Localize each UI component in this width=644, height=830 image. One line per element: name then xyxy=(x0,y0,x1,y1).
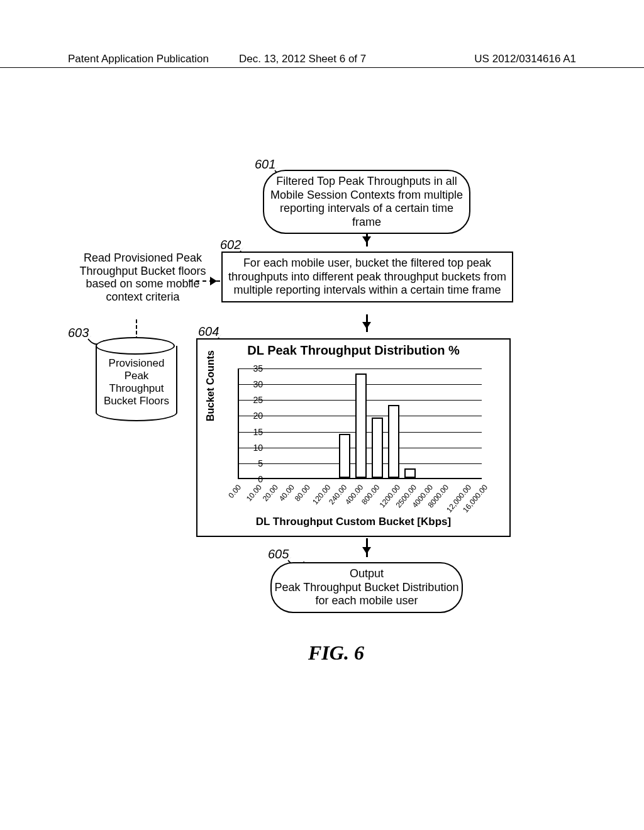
ref-603: 603 xyxy=(68,326,89,340)
ref-605: 605 xyxy=(268,547,289,562)
chart-ytick: 5 xyxy=(258,458,263,468)
chart-ytick: 25 xyxy=(253,395,263,405)
chart-ytick: 35 xyxy=(253,363,263,374)
chart-xtick: 40.00 xyxy=(277,483,296,503)
header-pub-number: US 2012/0314616 A1 xyxy=(474,53,576,64)
chart-bar xyxy=(355,374,367,478)
header-publication: Patent Application Publication xyxy=(68,53,209,64)
chart-plot-area xyxy=(238,368,482,479)
chart-ytick: 10 xyxy=(253,443,263,453)
chart-xaxis-label: DL Throughput Custom Bucket [Kbps] xyxy=(197,516,509,528)
ref-601: 601 xyxy=(255,157,275,172)
chart-xtick: 10.00 xyxy=(245,483,264,503)
chart-xtick: 0.00 xyxy=(226,483,243,500)
cylinder-603: Provisioned Peak Throughput Bucket Floor… xyxy=(96,346,177,421)
cylinder-top xyxy=(96,337,175,355)
box-605-output: Output Peak Throughput Bucket Distributi… xyxy=(270,562,463,613)
chart-title: DL Peak Throughput Distribution % xyxy=(197,340,509,362)
figure-6-diagram: 601 Filtered Top Peak Throughputs in all… xyxy=(63,157,591,692)
chart-604: DL Peak Throughput Distribution % Bucket… xyxy=(196,338,511,537)
chart-bar xyxy=(404,468,416,478)
chart-xtick: 20.00 xyxy=(260,483,279,503)
chart-bar xyxy=(388,405,399,478)
ref-604: 604 xyxy=(198,324,219,339)
box-601-filtered: Filtered Top Peak Throughputs in all Mob… xyxy=(263,170,470,234)
chart-ytick: 20 xyxy=(253,411,263,421)
cylinder-label: Provisioned Peak Throughput Bucket Floor… xyxy=(104,357,169,407)
chart-ytick: 0 xyxy=(258,474,263,484)
chart-gridline xyxy=(239,368,482,369)
chart-ytick: 30 xyxy=(253,379,263,389)
chart-xtick: 80.00 xyxy=(293,483,312,503)
box-602-bucket: For each mobile user, bucket the filtere… xyxy=(221,252,513,302)
header-date-sheet: Dec. 13, 2012 Sheet 6 of 7 xyxy=(239,53,366,65)
dashed-side-to-602 xyxy=(189,280,220,282)
chart-yaxis-label: Bucket Counts xyxy=(205,350,216,421)
page-header: Patent Application Publication Dec. 13, … xyxy=(0,53,644,68)
chart-ytick: 15 xyxy=(253,427,263,437)
chart-bar xyxy=(339,434,350,478)
arrow-601-602 xyxy=(366,233,368,246)
ref-602: 602 xyxy=(220,238,241,252)
figure-caption: FIG. 6 xyxy=(308,641,364,665)
arrow-602-604 xyxy=(366,314,368,332)
chart-bar xyxy=(372,418,383,478)
side-read-provisioned: Read Provisioned Peak Throughput Bucket … xyxy=(77,252,209,304)
arrow-604-605 xyxy=(366,538,368,557)
